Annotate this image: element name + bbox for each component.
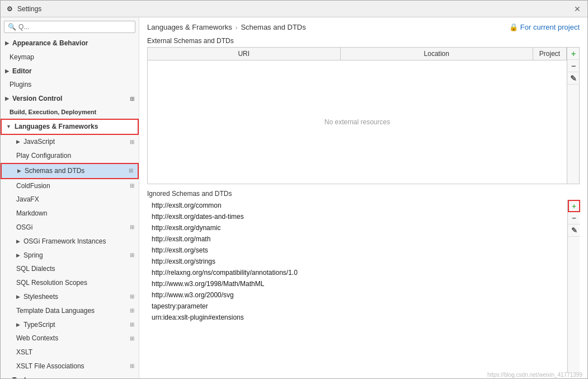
breadcrumb-part2: Schemas and DTDs	[241, 23, 305, 31]
sidebar-item-play-configuration[interactable]: Play Configuration	[1, 149, 139, 163]
template-data-languages-badge: ⊞	[130, 307, 134, 315]
ignored-edit-button[interactable]: ✎	[568, 224, 580, 237]
ignored-add-button[interactable]: +	[568, 200, 580, 212]
sidebar-item-version-control[interactable]: ▶ Version Control ⊞	[1, 92, 139, 106]
watermark: https://blog.csdn.net/weixin_41771399	[487, 372, 582, 378]
ignored-item-0[interactable]: http://exslt.org/common	[147, 200, 567, 211]
ignored-item-3[interactable]: http://exslt.org/math	[147, 233, 567, 245]
search-input[interactable]	[18, 23, 131, 31]
sidebar-item-label: OSGi	[16, 223, 32, 232]
sidebar: 🔍 ▶ Appearance & Behavior Keymap ▶ Edito…	[1, 17, 139, 378]
sidebar-item-javafx[interactable]: JavaFX	[1, 193, 139, 207]
sidebar-item-languages-frameworks[interactable]: ▼ Languages & Frameworks	[1, 119, 139, 135]
sidebar-item-label: Markdown	[16, 209, 47, 218]
chevron-right-icon: ▶	[16, 252, 20, 259]
sidebar-item-label: Schemas and DTDs	[25, 166, 84, 176]
javascript-badge: ⊞	[130, 138, 134, 146]
external-add-button[interactable]: +	[567, 48, 580, 60]
stylesheets-badge: ⊞	[130, 293, 134, 301]
external-table-body: No external resources	[148, 60, 567, 184]
sidebar-item-spring[interactable]: ▶ Spring ⊞	[1, 249, 139, 263]
sidebar-item-plugins[interactable]: Plugins	[1, 78, 139, 92]
sidebar-list: ▶ Appearance & Behavior Keymap ▶ Editor …	[1, 36, 139, 378]
external-remove-button[interactable]: −	[567, 60, 580, 72]
sidebar-item-osgi-framework-instances[interactable]: ▶ OSGi Framework Instances	[1, 235, 139, 249]
chevron-right-icon: ▶	[16, 238, 20, 245]
sidebar-item-sql-dialects[interactable]: SQL Dialects	[1, 262, 139, 276]
ignored-item-8[interactable]: http://www.w3.org/2000/svg	[147, 289, 567, 301]
chevron-right-icon: ▶	[16, 138, 20, 146]
sidebar-item-appearance-behavior[interactable]: ▶ Appearance & Behavior	[1, 36, 139, 50]
sidebar-item-label: Play Configuration	[16, 151, 71, 161]
sidebar-item-javascript[interactable]: ▶ JavaScript ⊞	[1, 135, 139, 149]
sidebar-item-editor[interactable]: ▶ Editor	[1, 64, 139, 78]
lock-icon: 🔒	[509, 23, 518, 31]
location-column-header: Location	[341, 48, 534, 60]
ignored-item-2[interactable]: http://exslt.org/dynamic	[147, 222, 567, 233]
chevron-right-icon: ▶	[5, 377, 9, 378]
external-table-container: URI Location Project No external resourc…	[147, 47, 567, 184]
sidebar-item-label: ColdFusion	[16, 181, 50, 191]
ignored-item-6[interactable]: http://relaxng.org/ns/compatibility/anno…	[147, 267, 567, 278]
sidebar-item-label: XSLT	[16, 348, 32, 357]
sidebar-item-coldfusion[interactable]: ColdFusion ⊞	[1, 179, 139, 193]
sidebar-item-tools[interactable]: ▶ Tools	[1, 373, 139, 378]
sidebar-item-osgi[interactable]: OSGi ⊞	[1, 221, 139, 235]
main-content: 🔍 ▶ Appearance & Behavior Keymap ▶ Edito…	[1, 17, 587, 378]
sidebar-item-label: SQL Dialects	[16, 264, 55, 274]
sidebar-item-label: Stylesheets	[23, 292, 58, 302]
sidebar-item-label: Editor	[12, 67, 32, 76]
external-section-title: External Schemas and DTDs	[147, 37, 580, 45]
close-button[interactable]: ✕	[572, 3, 583, 15]
sidebar-item-label: JavaFX	[16, 195, 39, 204]
sidebar-item-keymap[interactable]: Keymap	[1, 50, 139, 64]
ignored-item-1[interactable]: http://exslt.org/dates-and-times	[147, 211, 567, 222]
ignored-item-10[interactable]: urn:idea:xslt-plugin#extensions	[147, 312, 567, 323]
sidebar-item-xslt[interactable]: XSLT	[1, 345, 139, 359]
chevron-right-icon: ▶	[5, 40, 9, 47]
sidebar-item-label: Web Contexts	[16, 334, 58, 343]
breadcrumb: Languages & Frameworks › Schemas and DTD…	[147, 23, 580, 31]
sidebar-item-web-contexts[interactable]: Web Contexts ⊞	[1, 331, 139, 345]
sidebar-item-label: Languages & Frameworks	[15, 122, 98, 132]
sidebar-item-build-execution-deployment[interactable]: Build, Execution, Deployment	[1, 106, 139, 119]
ignored-item-5[interactable]: http://exslt.org/strings	[147, 256, 567, 267]
sidebar-item-markdown[interactable]: Markdown	[1, 207, 139, 221]
sidebar-item-label: Version Control	[12, 94, 62, 104]
search-box[interactable]: 🔍	[4, 21, 135, 33]
settings-window: ⚙ Settings ✕ 🔍 ▶ Appearance & Behavior K…	[0, 0, 588, 379]
sidebar-item-xslt-file-associations[interactable]: XSLT File Associations ⊞	[1, 359, 139, 373]
spring-badge: ⊞	[130, 251, 134, 259]
version-control-badge: ⊞	[130, 95, 134, 103]
ignored-action-column: + − ✎	[567, 200, 580, 373]
sidebar-item-label: Template Data Languages	[16, 306, 95, 316]
for-current-project-link[interactable]: 🔒 For current project	[509, 23, 580, 31]
search-icon: 🔍	[8, 23, 16, 31]
xslt-file-associations-badge: ⊞	[130, 362, 134, 370]
coldfusion-badge: ⊞	[130, 182, 134, 190]
chevron-right-icon: ▶	[5, 68, 9, 75]
sidebar-item-label: TypeScript	[23, 320, 55, 330]
ignored-remove-button[interactable]: −	[568, 212, 580, 224]
ignored-section: http://exslt.org/common http://exslt.org…	[147, 200, 580, 373]
chevron-down-icon: ▼	[6, 123, 11, 130]
chevron-right-icon: ▶	[16, 293, 20, 301]
osgi-badge: ⊞	[130, 223, 134, 231]
ignored-item-9[interactable]: tapestry:parameter	[147, 301, 567, 312]
sidebar-item-typescript[interactable]: ▶ TypeScript ⊞	[1, 318, 139, 332]
sidebar-item-label: Keymap	[10, 53, 34, 62]
sidebar-item-sql-resolution-scopes[interactable]: SQL Resolution Scopes	[1, 276, 139, 290]
sidebar-item-label: Tools	[12, 376, 30, 378]
window-title: Settings	[17, 5, 41, 13]
external-edit-button[interactable]: ✎	[567, 72, 580, 85]
ignored-item-7[interactable]: http://www.w3.org/1998/Math/MathML	[147, 278, 567, 289]
project-column-header: Project	[533, 48, 567, 60]
sidebar-item-label: Build, Execution, Deployment	[10, 108, 96, 116]
ignored-section-title: Ignored Schemas and DTDs	[147, 190, 580, 198]
ignored-item-4[interactable]: http://exslt.org/sets	[147, 245, 567, 256]
sidebar-item-stylesheets[interactable]: ▶ Stylesheets ⊞	[1, 290, 139, 304]
external-table-header: URI Location Project	[148, 48, 567, 60]
sidebar-item-label: Plugins	[10, 80, 31, 90]
sidebar-item-schemas-dtds[interactable]: ▶ Schemas and DTDs ⊞	[1, 163, 139, 179]
sidebar-item-template-data-languages[interactable]: Template Data Languages ⊞	[1, 304, 139, 318]
